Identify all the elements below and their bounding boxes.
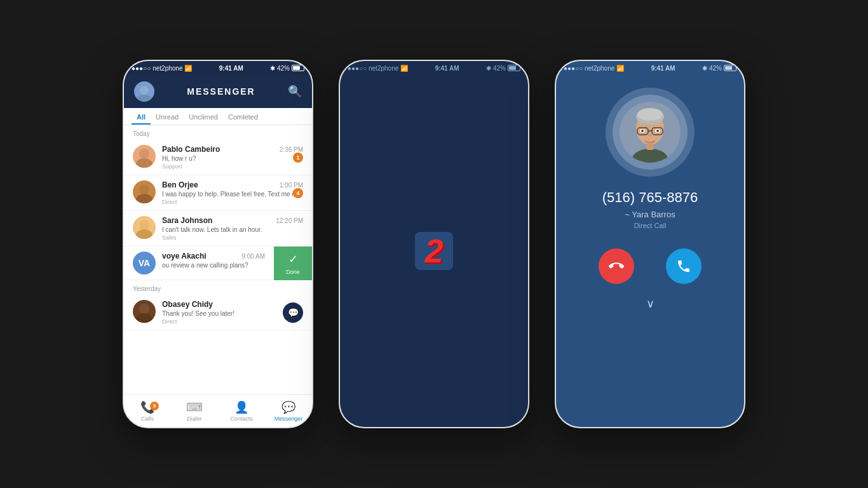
bluetooth-icon-2: ✱ (486, 65, 491, 72)
search-button[interactable]: 🔍 (288, 85, 302, 98)
status-right-1: ✱ 42% (270, 65, 304, 72)
phone-incoming-call: ●●●○○ net2phone 📶 9:41 AM ✱ 42% (555, 60, 745, 428)
done-label: Done (286, 269, 300, 275)
svg-point-4 (139, 184, 149, 194)
sender-name: Pablo Cambeiro (162, 145, 220, 154)
bottom-navigation: 📞 Calls 3 ⌨ Dialer 👤 Contacts 💬 Messenge… (124, 394, 312, 427)
avatar-obasey (133, 300, 156, 323)
svg-point-5 (136, 194, 153, 203)
nav-dialer[interactable]: ⌨ Dialer (171, 400, 218, 422)
message-preview: I can't talk now. Lets talk in an hour. (162, 226, 303, 233)
svg-point-20 (656, 130, 659, 132)
accept-call-button[interactable] (666, 248, 702, 284)
message-list: Today Pablo Cambeiro 2:36 PM Hi, how r u… (124, 125, 312, 394)
message-channel: Support (162, 163, 303, 170)
section-yesterday: Yesterday (124, 280, 312, 295)
contacts-icon: 👤 (234, 400, 248, 414)
list-item[interactable]: VA voye Akachi 9:00 AM ou review a new c… (124, 247, 312, 280)
user-avatar[interactable] (134, 81, 154, 102)
wifi-icon-2: 📶 (400, 65, 408, 72)
dialer-icon: ⌨ (186, 400, 203, 414)
carrier-dots-1: ●●●○○ (132, 65, 151, 72)
status-bar-2: ●●●○○ net2phone 📶 9:41 AM ✱ 42% (340, 61, 528, 75)
calls-badge: 3 (150, 402, 159, 410)
app-logo: 2 (409, 226, 459, 276)
svg-point-8 (139, 304, 149, 314)
wifi-icon-3: 📶 (616, 65, 624, 72)
decline-call-button[interactable] (599, 248, 634, 284)
message-preview: Hi, how r u? (162, 155, 303, 162)
dialer-label: Dialer (187, 416, 202, 422)
svg-point-19 (641, 130, 644, 132)
call-type-label: Direct Call (634, 222, 667, 229)
messenger-icon: 💬 (281, 400, 295, 414)
message-pablo[interactable]: Pablo Cambeiro 2:36 PM Hi, how r u? Supp… (124, 140, 312, 175)
logo-number: 2 (425, 234, 444, 268)
battery-icon-2 (508, 65, 520, 71)
bluetooth-icon-1: ✱ (270, 65, 275, 72)
message-channel: Sales (162, 234, 303, 241)
status-time-1: 9:41 AM (219, 65, 243, 72)
nav-messenger[interactable]: 💬 Messenger (265, 400, 312, 422)
list-item[interactable]: Obasey Chidy Thank you! See you later! D… (124, 295, 312, 330)
avatar-voye: VA (133, 252, 156, 274)
list-item[interactable]: Pablo Cambeiro 2:36 PM Hi, how r u? Supp… (124, 140, 312, 175)
tab-unread[interactable]: Unread (151, 108, 184, 125)
caller-avatar (620, 102, 681, 163)
call-screen: (516) 765-8876 ~ Yara Barros Direct Call… (556, 75, 744, 427)
swipe-done-action[interactable]: ✓ Done (274, 247, 312, 280)
caller-avatar-container (606, 88, 695, 177)
message-content-sara: Sara Johnson 12:20 PM I can't talk now. … (162, 216, 303, 241)
status-carrier-1: ●●●○○ ●●●○○ net2phone net2phone 📶 (132, 65, 192, 72)
message-sara[interactable]: Sara Johnson 12:20 PM I can't talk now. … (124, 211, 312, 247)
message-preview: Thank you! See you later! (162, 310, 276, 317)
message-time: 12:20 PM (276, 217, 303, 224)
reply-badge[interactable]: 💬 (283, 302, 303, 323)
message-obasey[interactable]: Obasey Chidy Thank you! See you later! D… (124, 295, 312, 330)
avatar-ben (133, 180, 156, 203)
call-actions (599, 248, 702, 284)
bluetooth-icon-3: ✱ (702, 65, 707, 72)
unread-badge: 4 (293, 188, 303, 198)
svg-point-0 (140, 86, 149, 95)
battery-icon-3 (724, 65, 736, 71)
battery-pct-1: 42% (277, 65, 290, 72)
phone-messenger: ●●●○○ ●●●○○ net2phone net2phone 📶 9:41 A… (123, 60, 313, 428)
message-ben[interactable]: Ben Orjee 1:00 PM I was happy to help. P… (124, 175, 312, 211)
app-title: MESSENGER (187, 86, 255, 97)
message-time: 9:00 AM (241, 253, 265, 260)
nav-contacts[interactable]: 👤 Contacts (218, 400, 265, 422)
unread-badge: 1 (293, 152, 303, 163)
list-item[interactable]: Ben Orjee 1:00 PM I was happy to help. P… (124, 175, 312, 211)
avatar-ring-outer (606, 88, 695, 177)
tab-completed[interactable]: Comleted (223, 108, 263, 125)
svg-point-6 (139, 220, 149, 230)
svg-point-3 (136, 158, 153, 168)
list-item[interactable]: Sara Johnson 12:20 PM I can't talk now. … (124, 211, 312, 247)
tab-all[interactable]: All (132, 108, 151, 125)
message-preview: I was happy to help. Please feel free. T… (162, 191, 303, 198)
nav-calls[interactable]: 📞 Calls 3 (124, 400, 171, 422)
contacts-label: Contacts (230, 416, 253, 422)
messenger-screen: MESSENGER 🔍 All Unread Unclimed Comleted… (124, 75, 312, 427)
sender-name: Sara Johnson (162, 216, 212, 225)
message-content-voye: voye Akachi 9:00 AM ou review a new call… (162, 252, 265, 269)
splash-screen: 2 (340, 75, 528, 427)
message-channel: Direct (162, 318, 276, 325)
message-content-ben: Ben Orjee 1:00 PM I was happy to help. P… (162, 180, 303, 205)
svg-point-13 (637, 108, 663, 121)
svg-rect-22 (646, 142, 654, 150)
message-channel: Direct (162, 199, 303, 205)
tab-unclaimed[interactable]: Unclimed (184, 108, 223, 125)
message-preview: ou review a new calling plans? (162, 262, 265, 269)
message-content-pablo: Pablo Cambeiro 2:36 PM Hi, how r u? Supp… (162, 145, 303, 170)
messenger-header: MESSENGER 🔍 (124, 75, 312, 108)
checkmark-icon: ✓ (288, 252, 298, 266)
tab-bar: All Unread Unclimed Comleted (124, 108, 312, 125)
status-bar-3: ●●●○○ net2phone 📶 9:41 AM ✱ 42% (556, 61, 744, 75)
phone-splash: ●●●○○ net2phone 📶 9:41 AM ✱ 42% 2 (339, 60, 529, 428)
section-today: Today (124, 125, 312, 140)
message-content-obasey: Obasey Chidy Thank you! See you later! D… (162, 300, 276, 325)
messenger-nav-label: Messenger (275, 416, 303, 422)
status-time-2: 9:41 AM (435, 65, 459, 72)
